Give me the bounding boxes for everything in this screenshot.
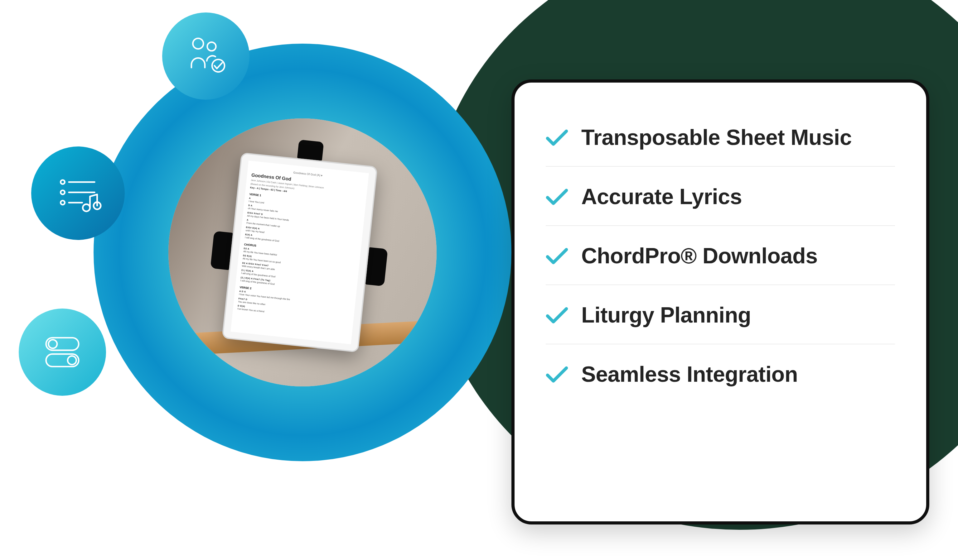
tablet-screen: Goodness Of God (A) ▾ Goodness Of God Je…	[230, 160, 369, 344]
feature-label: Accurate Lyrics	[581, 184, 742, 209]
feature-label: Seamless Integration	[581, 362, 798, 387]
tablet-clip-top	[297, 139, 324, 161]
svg-point-3	[60, 180, 65, 184]
main-ring: Goodness Of God (A) ▾ Goodness Of God Je…	[94, 44, 511, 461]
svg-point-7	[60, 200, 65, 204]
feature-label: Liturgy Planning	[581, 302, 751, 327]
feature-item: Seamless Integration	[546, 344, 895, 403]
orbit-icon-people	[162, 13, 249, 100]
check-icon	[546, 247, 568, 265]
feature-label: ChordPro® Downloads	[581, 244, 818, 268]
feature-item: ChordPro® Downloads	[546, 226, 895, 285]
feature-item: Transposable Sheet Music	[546, 108, 895, 167]
check-icon	[546, 365, 568, 384]
people-check-icon	[182, 32, 230, 80]
svg-point-0	[193, 38, 203, 49]
check-icon	[546, 187, 568, 206]
svg-point-5	[60, 190, 65, 194]
tablet-device: Goodness Of God (A) ▾ Goodness Of God Je…	[222, 152, 377, 353]
svg-point-1	[208, 42, 216, 51]
hero-graphic: Goodness Of God (A) ▾ Goodness Of God Je…	[0, 0, 958, 560]
check-icon	[546, 306, 568, 324]
svg-point-14	[68, 356, 76, 365]
orbit-icon-playlist	[31, 147, 125, 240]
tablet-clip-right	[365, 247, 388, 286]
feature-item: Accurate Lyrics	[546, 167, 895, 226]
toggles-icon	[38, 328, 86, 376]
tablet-mount: Goodness Of God (A) ▾ Goodness Of God Je…	[222, 152, 377, 353]
feature-label: Transposable Sheet Music	[581, 125, 852, 150]
orbit-icon-toggles	[19, 308, 106, 396]
tablet-photo: Goodness Of God (A) ▾ Goodness Of God Je…	[168, 119, 436, 386]
playlist-music-icon	[52, 168, 104, 219]
svg-point-9	[82, 204, 90, 211]
features-card: Transposable Sheet Music Accurate Lyrics…	[511, 79, 929, 524]
check-icon	[546, 128, 568, 147]
feature-item: Liturgy Planning	[546, 285, 895, 344]
svg-point-12	[48, 340, 57, 348]
